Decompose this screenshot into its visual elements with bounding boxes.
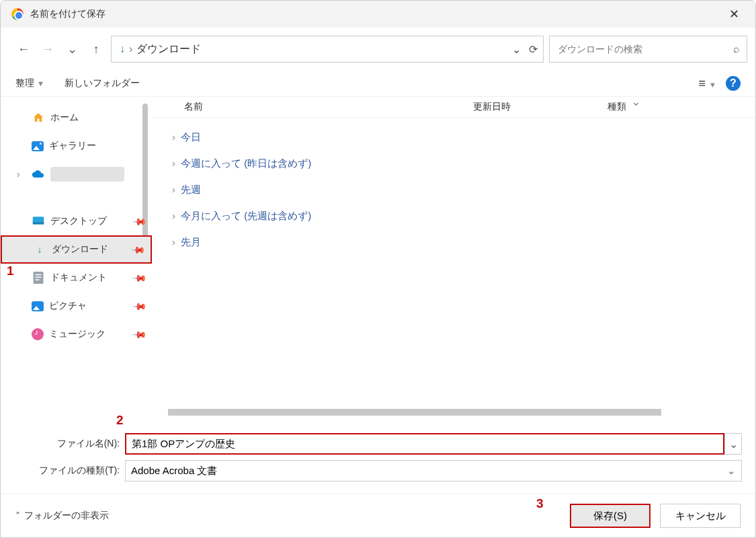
filename-label: ファイル名(N): [14, 438, 125, 450]
chevron-up-icon: ˄ [15, 510, 20, 521]
cloud-icon [32, 167, 45, 181]
sidebar-item-label: ドキュメント [50, 272, 107, 284]
titlebar: 名前を付けて保存 ✕ [1, 1, 755, 28]
sidebar-item-label: ホーム [50, 112, 79, 124]
save-button[interactable]: 保存(S) [570, 504, 650, 528]
column-name[interactable]: 名前 [184, 101, 473, 113]
group-today[interactable]: ›今日 [172, 124, 755, 151]
group-last-week[interactable]: ›先週 [172, 177, 755, 203]
chevron-right-icon: › [172, 236, 175, 247]
sidebar-item-label: ギャラリー [49, 140, 96, 152]
sidebar-item-pictures[interactable]: ピクチャ 📌 [1, 292, 152, 320]
sidebar-item-gallery[interactable]: ギャラリー [1, 132, 152, 160]
search-box: ⌕ [549, 36, 747, 63]
home-icon [32, 111, 45, 124]
sidebar-item-label: ピクチャ [49, 300, 87, 312]
chevron-right-icon: › [17, 169, 26, 180]
sidebar-item-label: ミュージック [49, 328, 106, 340]
sidebar-item-documents[interactable]: ドキュメント 📌 [1, 264, 152, 292]
annotation-2: 2 [116, 413, 124, 428]
group-last-month[interactable]: ›先月 [172, 229, 755, 256]
music-icon [32, 328, 44, 340]
group-this-month[interactable]: ›今月に入って (先週は含めず) [172, 203, 755, 229]
horizontal-scrollbar[interactable] [168, 409, 661, 416]
search-icon[interactable]: ⌕ [733, 43, 740, 55]
nav-up[interactable]: ↑ [87, 40, 106, 59]
file-groups: ›今日 ›今週に入って (昨日は含めず) ›先週 ›今月に入って (先週は含めず… [152, 118, 755, 256]
search-input[interactable] [556, 43, 733, 55]
sidebar: ホーム ギャラリー › デスクトップ 📌 [1, 97, 152, 420]
sidebar-blurred-text [50, 167, 124, 182]
pin-icon[interactable]: 📌 [130, 241, 146, 257]
sidebar-item-desktop[interactable]: デスクトップ 📌 [1, 207, 152, 235]
nav-bar: ← → ⌄ ↑ ↓ › ダウンロード ⌄ ⟳ ⌕ [1, 28, 755, 71]
document-icon [32, 271, 45, 284]
breadcrumb-sep: › [129, 43, 132, 55]
pin-icon[interactable]: 📌 [132, 270, 147, 285]
help-button[interactable]: ? [726, 76, 741, 91]
column-type[interactable]: 種類 [607, 101, 755, 113]
sidebar-item-onedrive[interactable]: › [1, 160, 152, 188]
save-as-dialog: 名前を付けて保存 ✕ ← → ⌄ ↑ ↓ › ダウンロード ⌄ ⟳ ⌕ 整理 ▼… [0, 0, 756, 538]
content-area: ホーム ギャラリー › デスクトップ 📌 [1, 97, 755, 420]
sidebar-item-label: デスクトップ [50, 215, 107, 227]
annotation-3: 3 [536, 496, 544, 511]
svg-rect-3 [36, 274, 42, 276]
group-this-week[interactable]: ›今週に入って (昨日は含めず) [172, 151, 755, 177]
chevron-right-icon: › [172, 184, 175, 195]
chevron-right-icon: › [172, 157, 175, 169]
download-icon: ↓ [33, 243, 46, 256]
breadcrumb-current: ダウンロード [136, 42, 201, 56]
svg-rect-4 [36, 277, 42, 278]
column-headers: 名前 更新日時 種類 [152, 97, 755, 118]
refresh-icon[interactable]: ⟳ [529, 43, 538, 56]
bottom-bar: ˄ フォルダーの非表示 保存(S) キャンセル [1, 494, 755, 537]
sidebar-item-downloads[interactable]: ↓ ダウンロード 📌 [1, 235, 152, 264]
filename-input[interactable] [125, 433, 724, 455]
cancel-button[interactable]: キャンセル [660, 504, 741, 528]
nav-back[interactable]: ← [14, 40, 33, 59]
chrome-icon [11, 8, 24, 20]
filename-dropdown[interactable]: ⌄ [724, 433, 742, 455]
nav-forward[interactable]: → [38, 40, 57, 59]
toolbar: 整理 ▼ 新しいフォルダー ≡ ▼ ? [1, 71, 755, 97]
breadcrumb-dropdown-icon[interactable]: ⌄ [512, 43, 521, 56]
desktop-icon [32, 215, 45, 228]
pictures-icon [32, 301, 44, 311]
pin-icon[interactable]: 📌 [132, 298, 147, 313]
organize-menu[interactable]: 整理 ▼ [15, 77, 44, 89]
address-bar[interactable]: ↓ › ダウンロード ⌄ ⟳ [111, 36, 544, 63]
sidebar-item-label: ダウンロード [52, 243, 108, 256]
footer: ファイル名(N): ⌄ ファイルの種類(T): Adobe Acroba 文書 … [1, 420, 755, 494]
chevron-right-icon: › [172, 131, 175, 143]
annotation-1: 1 [7, 264, 14, 278]
column-date[interactable]: 更新日時 [473, 101, 607, 113]
file-list-area: 名前 更新日時 種類 ›今日 ›今週に入って (昨日は含めず) ›先週 ›今月に… [152, 97, 755, 420]
filetype-label: ファイルの種類(T): [14, 465, 125, 477]
svg-rect-5 [36, 279, 40, 280]
new-folder-button[interactable]: 新しいフォルダー [65, 77, 140, 89]
gallery-icon [32, 141, 44, 151]
filetype-select[interactable]: Adobe Acroba 文書 ⌄ [125, 460, 742, 482]
window-title: 名前を付けて保存 [30, 8, 724, 20]
sidebar-item-home[interactable]: ホーム [1, 104, 152, 132]
nav-recent[interactable]: ⌄ [62, 40, 81, 59]
hide-folders-toggle[interactable]: ˄ フォルダーの非表示 [15, 510, 109, 522]
view-mode-button[interactable]: ≡ ▼ [699, 77, 716, 91]
pin-icon[interactable]: 📌 [132, 326, 147, 342]
pin-icon[interactable]: 📌 [132, 213, 147, 229]
chevron-right-icon: › [172, 210, 175, 221]
close-button[interactable]: ✕ [724, 4, 745, 24]
sidebar-item-music[interactable]: ミュージック 📌 [1, 320, 152, 348]
svg-rect-1 [33, 223, 44, 225]
download-icon: ↓ [120, 43, 125, 55]
